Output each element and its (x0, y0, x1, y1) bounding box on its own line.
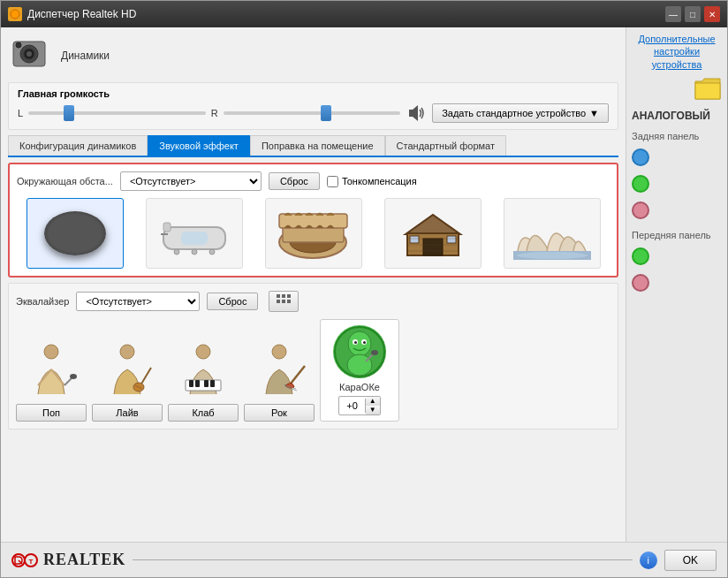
connector-dot-back-pink[interactable] (632, 202, 649, 219)
eq-preset-pop: Поп (16, 338, 87, 422)
right-panel: Дополнительные настройки устройства АНАЛ… (626, 27, 727, 542)
tab-bar: Конфигурация динамиков Звуковой эффект П… (8, 135, 618, 157)
warehouse-svg (397, 208, 469, 259)
eq-figure-rock (244, 338, 315, 400)
effects-top-row: Окружающая обста... <Отсутствует> Сброс … (17, 171, 610, 191)
eq-label: Эквалайзер (16, 296, 69, 307)
eq-grid-button[interactable] (269, 291, 299, 312)
svg-point-43 (196, 345, 210, 359)
device-icon (11, 38, 54, 73)
scenes-row (17, 198, 610, 269)
svg-rect-32 (282, 300, 285, 303)
eq-preset-live: Лайв (92, 338, 163, 422)
svg-point-5 (16, 42, 21, 48)
svg-point-13 (209, 249, 215, 255)
eq-preset-club-button[interactable]: Клаб (168, 404, 239, 422)
close-button[interactable]: ✕ (704, 6, 720, 22)
connector-dot-back-blue[interactable] (632, 148, 649, 166)
volume-slider-left[interactable] (28, 111, 206, 115)
scene-visual-warehouse (393, 205, 473, 262)
scene-item-warehouse[interactable] (384, 198, 482, 269)
minimize-button[interactable]: — (665, 6, 681, 22)
karaoke-label: КараОКе (339, 382, 380, 392)
svg-rect-31 (277, 300, 280, 303)
scene-visual-colosseum (274, 205, 353, 262)
additional-settings-link[interactable]: Дополнительные настройки устройства (632, 33, 722, 71)
main-window: Диспетчер Realtek HD — □ ✕ (0, 0, 728, 578)
scene-visual-puck (35, 205, 115, 262)
slider-thumb-right[interactable] (321, 105, 331, 121)
folder-icon (694, 76, 722, 101)
tab-sound-effect[interactable]: Звуковой эффект (148, 135, 250, 156)
karaoke-spin-buttons: ▲ ▼ (366, 397, 380, 414)
svg-point-38 (70, 374, 77, 379)
svg-rect-45 (189, 380, 193, 387)
connector-dot-front-green[interactable] (632, 247, 649, 265)
effects-reset-button[interactable]: Сброс (269, 172, 320, 190)
svg-line-37 (64, 378, 72, 385)
set-standard-device-button[interactable]: Задать стандартное устройство ▼ (432, 103, 609, 123)
svg-rect-48 (210, 380, 215, 387)
eq-reset-button[interactable]: Сброс (207, 293, 258, 310)
tab-standard-format[interactable]: Стандартный формат (385, 135, 506, 156)
svg-point-61 (371, 350, 378, 355)
eq-preset-rock-button[interactable]: Рок (244, 404, 315, 422)
svg-point-34 (44, 345, 58, 359)
volume-right-label: R (211, 108, 218, 118)
device-row: Динамики (8, 34, 618, 77)
eq-preset-club: Клаб (168, 338, 239, 422)
tonecomp-row: Тонкомпенсация (327, 176, 417, 187)
scene-item-colosseum[interactable] (265, 198, 362, 269)
svg-rect-9 (181, 232, 208, 245)
svg-point-11 (192, 249, 197, 255)
effects-dropdown[interactable]: <Отсутствует> (120, 171, 262, 191)
svg-point-54 (348, 331, 371, 356)
dropdown-arrow-icon: ▼ (589, 108, 599, 118)
tab-room-correction[interactable]: Поправка на помещение (250, 135, 385, 156)
maximize-button[interactable]: □ (685, 6, 701, 22)
volume-icon (406, 103, 427, 124)
scene-item-puck[interactable] (27, 198, 124, 269)
volume-slider-right[interactable] (224, 111, 401, 115)
ok-button[interactable]: OK (664, 550, 717, 571)
eq-figure-live (92, 338, 163, 400)
slider-thumb-left[interactable] (64, 105, 74, 121)
svg-rect-8 (163, 223, 171, 232)
svg-point-27 (517, 252, 588, 259)
karaoke-figure (333, 325, 386, 378)
connector-dot-back-green[interactable] (632, 175, 649, 193)
tab-speaker-config[interactable]: Конфигурация динамиков (8, 135, 148, 156)
main-panel: Динамики Главная громкость L R (1, 27, 626, 542)
volume-section: Главная громкость L R (8, 82, 618, 130)
svg-rect-46 (195, 380, 200, 387)
eq-preset-pop-button[interactable]: Поп (16, 404, 87, 422)
svg-rect-47 (204, 380, 209, 387)
karaoke-down-button[interactable]: ▼ (366, 406, 380, 414)
content-area: Динамики Главная громкость L R (1, 27, 727, 542)
karaoke-value-row: +0 ▲ ▼ (338, 396, 381, 415)
karaoke-up-button[interactable]: ▲ (366, 397, 380, 406)
equalizer-section: Эквалайзер <Отсутствует> Сброс (8, 283, 618, 430)
svg-point-39 (120, 345, 134, 359)
eq-dropdown[interactable]: <Отсутствует> (76, 292, 200, 311)
scene-item-opera[interactable] (504, 198, 601, 269)
back-panel-label: Задняя панель (632, 131, 722, 141)
info-button[interactable]: i (640, 551, 657, 569)
effects-label: Окружающая обста... (17, 176, 113, 186)
scene-item-bathtub[interactable] (146, 198, 243, 269)
eq-preset-live-button[interactable]: Лайв (92, 404, 163, 422)
svg-rect-21 (410, 236, 419, 243)
tonecomp-checkbox[interactable] (327, 176, 338, 187)
realtek-logo-icon: T (11, 550, 38, 571)
eq-figure-pop (16, 338, 87, 400)
opera-svg (513, 207, 591, 260)
window-title: Диспетчер Realtek HD (27, 8, 665, 20)
device-name: Динамики (61, 49, 110, 62)
svg-marker-6 (409, 105, 418, 121)
svg-rect-22 (447, 236, 456, 243)
connector-dot-front-pink[interactable] (632, 274, 649, 292)
svg-point-4 (27, 51, 32, 57)
front-panel-label: Передняя панель (632, 230, 722, 240)
eq-presets-row: Поп (16, 319, 610, 422)
svg-point-12 (174, 249, 179, 255)
